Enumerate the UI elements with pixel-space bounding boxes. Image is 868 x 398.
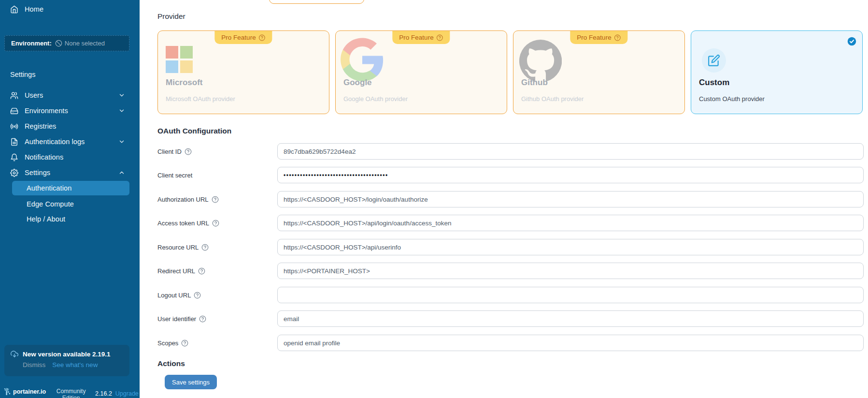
sidebar-subitem-authentication[interactable]: Authentication [12, 181, 129, 195]
dismiss-link[interactable]: Dismiss [23, 361, 45, 369]
help-icon[interactable] [212, 196, 219, 203]
oauth-tab-cropped[interactable] [269, 0, 364, 4]
update-message: New version available 2.19.1 [23, 351, 111, 358]
microsoft-logo [166, 46, 193, 73]
card-subtitle: Custom OAuth provider [699, 95, 765, 103]
radio-icon [10, 122, 18, 131]
field-label: Logout URL [157, 292, 191, 299]
portainer-brand[interactable]: portainer.io [4, 388, 46, 396]
field-row-client-id: Client ID [157, 143, 864, 160]
sidebar-item-registries[interactable]: Registries [0, 119, 140, 133]
sidebar-section-settings: Settings [10, 71, 35, 78]
field-label: Scopes [157, 339, 178, 347]
users-icon [10, 91, 18, 100]
pro-feature-badge: Pro Feature [214, 31, 272, 44]
field-row-resource-url: Resource URL [157, 239, 864, 255]
pro-feature-badge: Pro Feature [570, 31, 627, 44]
card-subtitle: Github OAuth provider [521, 95, 583, 103]
user-identifier-input[interactable] [277, 310, 864, 327]
sidebar-item-label: Edge Compute [27, 200, 74, 208]
sidebar-item-label: Home [25, 5, 43, 13]
help-icon[interactable] [614, 34, 621, 41]
sidebar-item-label: Authentication logs [25, 138, 85, 146]
portainer-logo-icon [4, 388, 11, 396]
brand-label: portainer.io [13, 388, 46, 395]
hard-drive-icon [10, 107, 18, 115]
field-label: User identifier [157, 315, 196, 323]
gear-icon [10, 169, 18, 177]
field-row-scopes: Scopes [157, 335, 864, 351]
ban-icon [55, 40, 62, 47]
chevron-up-icon [118, 169, 125, 176]
field-row-access-token-url: Access token URL [157, 215, 864, 231]
client-secret-input[interactable] [277, 167, 864, 183]
cloud-download-icon [11, 350, 18, 358]
chevron-down-icon [118, 138, 125, 145]
logout-url-input[interactable] [277, 287, 864, 303]
card-subtitle: Microsoft OAuth provider [166, 95, 235, 103]
version-label: 2.16.2 [95, 390, 112, 397]
help-icon[interactable] [181, 339, 188, 347]
provider-card-google[interactable]: Pro Feature Google Google OAuth provider [335, 30, 507, 114]
upgrade-link[interactable]: Upgrade [115, 390, 139, 397]
whats-new-link[interactable]: See what's new [52, 361, 98, 369]
sidebar-subitem-edge-compute[interactable]: Edge Compute [12, 197, 129, 211]
google-logo [341, 38, 384, 81]
redirect-url-input[interactable] [277, 263, 864, 279]
card-title: Google [343, 78, 372, 88]
chevron-down-icon [118, 92, 125, 99]
sidebar-item-authentication-logs[interactable]: Authentication logs [0, 134, 140, 149]
edition-label: Community Edition [54, 388, 88, 398]
sidebar: Home Environment: None selected Settings… [0, 0, 140, 398]
client-id-input[interactable] [277, 143, 864, 160]
field-label: Client secret [157, 172, 192, 179]
provider-card-microsoft[interactable]: Pro Feature Microsoft Microsoft OAuth pr… [157, 30, 329, 114]
field-label: Authorization URL [157, 196, 209, 203]
sidebar-item-users[interactable]: Users [0, 88, 140, 103]
provider-cards: Pro Feature Microsoft Microsoft OAuth pr… [157, 30, 863, 114]
sidebar-item-label: Authentication [27, 184, 71, 192]
field-row-logout-url: Logout URL [157, 287, 864, 303]
resource-url-input[interactable] [277, 239, 864, 255]
help-icon[interactable] [259, 34, 266, 41]
field-label: Access token URL [157, 220, 209, 227]
chevron-down-icon [118, 107, 125, 114]
sidebar-item-home[interactable]: Home [0, 2, 140, 16]
field-label: Resource URL [157, 244, 199, 251]
sidebar-item-label: Notifications [25, 153, 63, 161]
provider-card-custom[interactable]: Custom Custom OAuth provider [691, 30, 863, 114]
actions-heading: Actions [157, 359, 185, 368]
help-icon[interactable] [198, 267, 205, 275]
sidebar-item-label: Environments [25, 107, 68, 115]
pro-feature-badge: Pro Feature [392, 31, 450, 44]
sidebar-item-label: Users [25, 91, 43, 99]
sidebar-item-settings[interactable]: Settings [0, 165, 140, 180]
authorization-url-input[interactable] [277, 191, 864, 207]
help-icon[interactable] [199, 315, 206, 323]
card-subtitle: Google OAuth provider [343, 95, 408, 103]
file-text-icon [10, 138, 18, 146]
access-token-url-input[interactable] [277, 215, 864, 231]
environment-selector: Environment: None selected [4, 35, 129, 51]
help-icon[interactable] [437, 34, 443, 41]
sidebar-item-label: Settings [25, 169, 50, 177]
help-icon[interactable] [212, 220, 219, 227]
card-title: Custom [699, 78, 729, 88]
provider-card-github[interactable]: Pro Feature Github Github OAuth provider [513, 30, 685, 114]
bell-icon [10, 153, 18, 162]
sidebar-item-notifications[interactable]: Notifications [0, 150, 140, 164]
home-icon [10, 5, 18, 14]
scopes-input[interactable] [277, 335, 864, 351]
main-content: Provider Pro Feature Microsoft Microsoft… [140, 0, 868, 398]
sidebar-subitem-help-about[interactable]: Help / About [12, 212, 129, 226]
sidebar-item-environments[interactable]: Environments [0, 103, 140, 118]
save-settings-button[interactable]: Save settings [165, 375, 217, 389]
sidebar-footer: portainer.io Community Edition 2.16.2 Up… [0, 388, 140, 398]
help-icon[interactable] [185, 148, 192, 155]
field-label: Redirect URL [157, 267, 195, 275]
sidebar-item-label: Registries [25, 122, 56, 130]
help-icon[interactable] [201, 244, 209, 251]
field-row-authorization-url: Authorization URL [157, 191, 864, 207]
help-icon[interactable] [194, 292, 201, 299]
github-logo [519, 39, 562, 82]
